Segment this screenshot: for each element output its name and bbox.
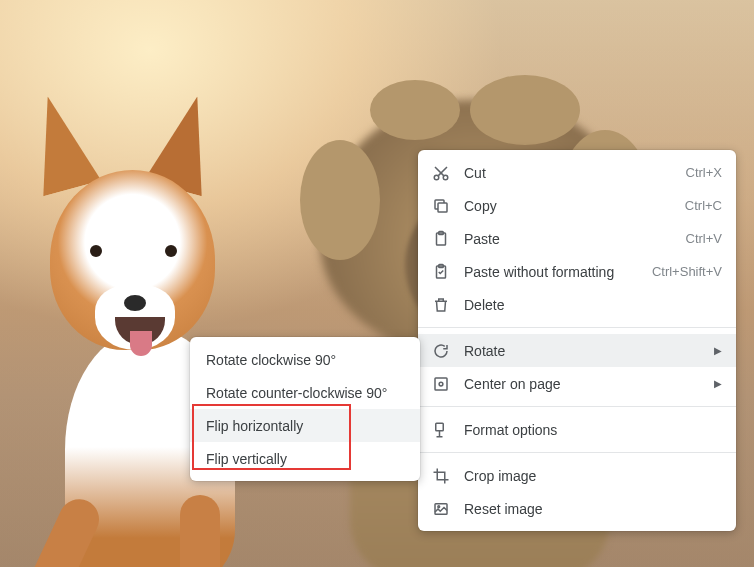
paste-no-format-icon — [432, 263, 450, 281]
menu-item-crop[interactable]: Crop image — [418, 459, 736, 492]
rotate-icon — [432, 342, 450, 360]
menu-label: Rotate counter-clockwise 90° — [206, 385, 404, 401]
svg-point-0 — [434, 175, 439, 180]
delete-icon — [432, 296, 450, 314]
submenu-item-rotate-ccw[interactable]: Rotate counter-clockwise 90° — [190, 376, 420, 409]
menu-shortcut: Ctrl+Shift+V — [652, 264, 722, 279]
menu-separator — [418, 327, 736, 328]
menu-item-copy[interactable]: Copy Ctrl+C — [418, 189, 736, 222]
menu-item-reset[interactable]: Reset image — [418, 492, 736, 525]
submenu-item-flip-vertical[interactable]: Flip vertically — [190, 442, 420, 475]
center-icon — [432, 375, 450, 393]
svg-point-11 — [438, 505, 440, 507]
menu-shortcut: Ctrl+C — [685, 198, 722, 213]
context-menu: Cut Ctrl+X Copy Ctrl+C Paste Ctrl+V Past… — [418, 150, 736, 531]
menu-separator — [418, 406, 736, 407]
copy-icon — [432, 197, 450, 215]
svg-rect-2 — [438, 203, 447, 212]
paste-icon — [432, 230, 450, 248]
menu-item-center[interactable]: Center on page ▶ — [418, 367, 736, 400]
menu-label: Flip vertically — [206, 451, 404, 467]
menu-item-delete[interactable]: Delete — [418, 288, 736, 321]
svg-point-8 — [439, 382, 443, 386]
cut-icon — [432, 164, 450, 182]
menu-item-paste[interactable]: Paste Ctrl+V — [418, 222, 736, 255]
menu-label: Center on page — [464, 376, 700, 392]
menu-label: Paste without formatting — [464, 264, 638, 280]
submenu-arrow-icon: ▶ — [714, 378, 722, 389]
submenu-item-rotate-cw[interactable]: Rotate clockwise 90° — [190, 343, 420, 376]
svg-rect-7 — [435, 378, 447, 390]
format-options-icon — [432, 421, 450, 439]
menu-label: Cut — [464, 165, 672, 181]
menu-item-paste-no-format[interactable]: Paste without formatting Ctrl+Shift+V — [418, 255, 736, 288]
menu-label: Rotate — [464, 343, 700, 359]
menu-label: Rotate clockwise 90° — [206, 352, 404, 368]
reset-image-icon — [432, 500, 450, 518]
submenu-item-flip-horizontal[interactable]: Flip horizontally — [190, 409, 420, 442]
menu-shortcut: Ctrl+X — [686, 165, 722, 180]
menu-item-cut[interactable]: Cut Ctrl+X — [418, 156, 736, 189]
menu-label: Format options — [464, 422, 722, 438]
submenu-arrow-icon: ▶ — [714, 345, 722, 356]
menu-label: Delete — [464, 297, 722, 313]
menu-label: Reset image — [464, 501, 722, 517]
menu-shortcut: Ctrl+V — [686, 231, 722, 246]
menu-separator — [418, 452, 736, 453]
rotate-submenu: Rotate clockwise 90° Rotate counter-cloc… — [190, 337, 420, 481]
menu-label: Paste — [464, 231, 672, 247]
menu-label: Flip horizontally — [206, 418, 404, 434]
menu-item-rotate[interactable]: Rotate ▶ — [418, 334, 736, 367]
svg-rect-9 — [436, 423, 444, 431]
menu-label: Crop image — [464, 468, 722, 484]
menu-label: Copy — [464, 198, 671, 214]
crop-icon — [432, 467, 450, 485]
svg-point-1 — [443, 175, 448, 180]
menu-item-format-options[interactable]: Format options — [418, 413, 736, 446]
